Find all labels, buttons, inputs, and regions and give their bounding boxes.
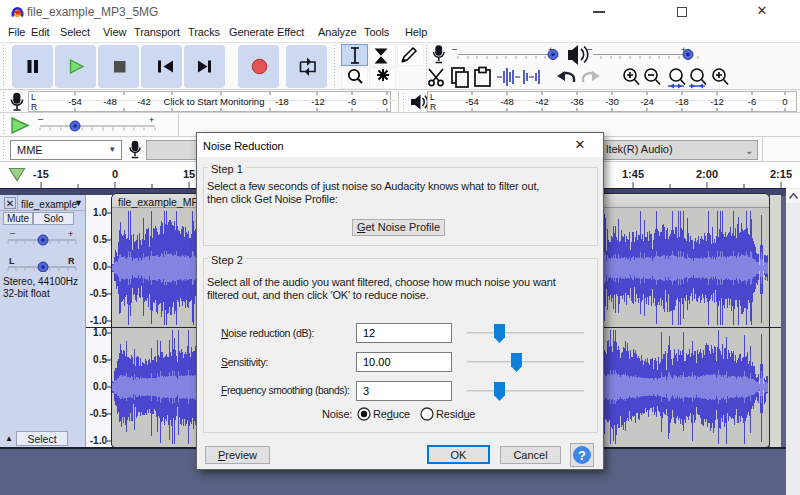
svg-text:L: L [9, 256, 15, 266]
svg-text:–: – [587, 44, 592, 54]
svg-text:–: – [452, 44, 457, 54]
svg-text:–: – [38, 115, 43, 124]
svg-text:+: + [149, 115, 154, 125]
svg-text:+: + [68, 229, 73, 239]
svg-text:R: R [68, 256, 75, 266]
svg-text:–: – [10, 228, 15, 238]
svg-text:?: ? [578, 448, 586, 463]
